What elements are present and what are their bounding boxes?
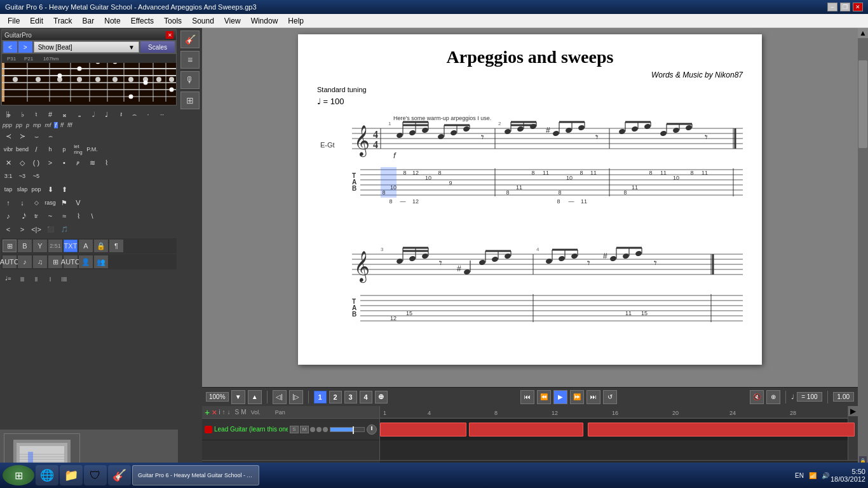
tool-txt[interactable]: TXT [64,240,78,252]
tool-tie[interactable]: ⌢ [127,108,141,121]
track-scroll-right-arrow[interactable]: ▶ [848,406,858,416]
tool-lock[interactable]: 🔒 [94,240,108,252]
minimize-button[interactable]: – [827,3,837,11]
tool-sharp[interactable]: # [43,108,57,121]
menu-window[interactable]: Window [246,15,283,27]
dyn-ppp[interactable]: ppp [1,122,13,128]
tool-slide[interactable]: / [29,143,43,156]
track-vol-slider[interactable] [330,427,365,432]
tool-auto[interactable]: AUTO [3,255,17,268]
tool-cross[interactable]: ✕ [1,156,15,169]
menu-bar[interactable]: Bar [78,15,100,27]
navigation-left-button[interactable]: ◁| [273,390,287,404]
goto-end-button[interactable]: ⏭ [587,390,600,404]
tool-dot[interactable]: · [141,108,155,121]
tool-down-arr[interactable]: ↓ [15,196,29,209]
tool-wide[interactable]: ⌇ [71,210,85,222]
tool-bracket-r[interactable]: > [15,223,29,236]
tool-sixteenth[interactable]: 𝅘𝅥𝅯 [15,210,29,222]
tool-bracket-l[interactable]: < [1,223,15,236]
tool-note-spec3[interactable]: 🎵 [57,223,71,236]
taskbar-chrome[interactable]: 🌐 [36,465,58,485]
tool-dbl-dot[interactable]: ·· [155,108,169,121]
tool-para[interactable]: ¶ [109,240,123,252]
tool-accent[interactable]: > [43,156,57,169]
fretboard-close-button[interactable]: ✕ [166,31,173,39]
tool-slur-2[interactable]: ⌢ [43,130,57,142]
tool-rest[interactable]: 𝄽 [113,108,127,121]
track-block-3[interactable] [588,423,855,437]
tool-wave2[interactable]: ≈ [57,210,71,222]
menu-file[interactable]: File [3,15,25,27]
tool-slide2[interactable]: \ [85,210,99,222]
tool-trill[interactable]: tr [29,210,43,222]
taskbar-active-window[interactable]: Guitar Pro 6 - Heavy Metal Guitar School… [132,465,259,485]
tool-arpeggio[interactable]: ⌇ [99,156,113,169]
track-name-1[interactable]: Lead Guitar (learn this one) [214,426,288,433]
track-block-2[interactable] [469,423,583,437]
tool-person2[interactable]: 👥 [94,255,108,268]
mute-toggle[interactable]: M [300,426,309,433]
start-button[interactable]: ⊞ [3,465,34,485]
tool-flag[interactable]: ⚑ [57,196,71,209]
restore-button[interactable]: ❐ [840,3,850,11]
fretboard-prev-button[interactable]: < [3,41,17,53]
side-icon-mic[interactable]: 🎙 [180,71,200,89]
beat-1-button[interactable]: 1 [314,391,327,403]
tool-natural[interactable]: ♮ [29,108,43,121]
taskbar-antivirus[interactable]: 🛡 [84,465,107,485]
tool-hammer[interactable]: h [43,143,57,156]
beat-2-button[interactable]: 2 [329,391,342,403]
taskbar-explorer[interactable]: 📁 [60,465,83,485]
track-header-up[interactable]: ↑ [222,409,226,416]
scroll-thumb-v[interactable] [858,60,867,148]
tool-decresc[interactable]: ≻ [15,130,29,142]
tool-strum-up[interactable]: ⬆ [57,183,71,196]
tool-note-half[interactable]: 𝅗𝅥 [85,108,99,121]
beat-extra-button[interactable]: ⊕ [375,391,388,403]
menu-note[interactable]: Note [99,15,125,27]
tool-note-spec2[interactable]: ⬛ [43,223,57,236]
side-icon-grid[interactable]: ⊞ [180,92,200,109]
track-header-down[interactable]: ↓ [227,409,231,416]
tool-slap[interactable]: slap [15,183,29,196]
loop-button[interactable]: ↺ [603,390,617,404]
side-icon-menu[interactable]: ≡ [180,51,200,69]
menu-help[interactable]: Help [283,15,309,27]
tool-pulloff[interactable]: p [57,143,71,156]
menu-effects[interactable]: Effects [126,15,159,27]
zoom-display[interactable]: 100% [206,392,229,402]
tool-grace[interactable]: 𝆏 [71,156,85,169]
tool-y[interactable]: Y [33,240,47,252]
tool-grid2[interactable]: ⊞ [48,255,62,268]
tool-note-whole[interactable]: 𝅝 [71,108,85,121]
tool-staccato[interactable]: • [57,156,71,169]
pan-knob[interactable] [367,424,377,435]
dyn-f[interactable]: f [54,122,58,128]
tool-letring[interactable]: letring [71,143,85,156]
tool-tuplet-5[interactable]: ~5 [29,170,43,182]
record-button[interactable]: ⊕ [766,390,780,404]
remove-track-button[interactable]: × [212,407,217,417]
dyn-pp[interactable]: pp [15,122,24,128]
tool-up-arr[interactable]: ↑ [1,196,15,209]
menu-view[interactable]: View [219,15,246,27]
tool-slur-1[interactable]: ⌣ [29,130,43,142]
goto-start-button[interactable]: ⏮ [520,390,534,404]
tool-tuplet-3-1[interactable]: 3:1 [1,170,15,182]
tool-harmonic[interactable]: ◇ [29,196,43,209]
menu-edit[interactable]: Edit [25,15,48,27]
dyn-mf[interactable]: mf [44,122,53,128]
tool-diamond[interactable]: ◇ [15,156,29,169]
fast-forward-button[interactable]: ⏩ [570,390,584,404]
tool-tuplet-3-2[interactable]: ~3 [15,170,29,182]
play-button[interactable]: ▶ [553,390,567,404]
dyn-mp[interactable]: mp [32,122,43,128]
tool-strum-down[interactable]: ⬇ [43,183,57,196]
tool-A[interactable]: A [79,240,93,252]
tool-wave[interactable]: ~ [43,210,57,222]
taskbar-guitar-pro[interactable]: 🎸 [108,465,131,485]
solo-toggle[interactable]: S [290,426,299,433]
track-block-1[interactable] [380,423,466,437]
menu-tools[interactable]: Tools [159,15,187,27]
